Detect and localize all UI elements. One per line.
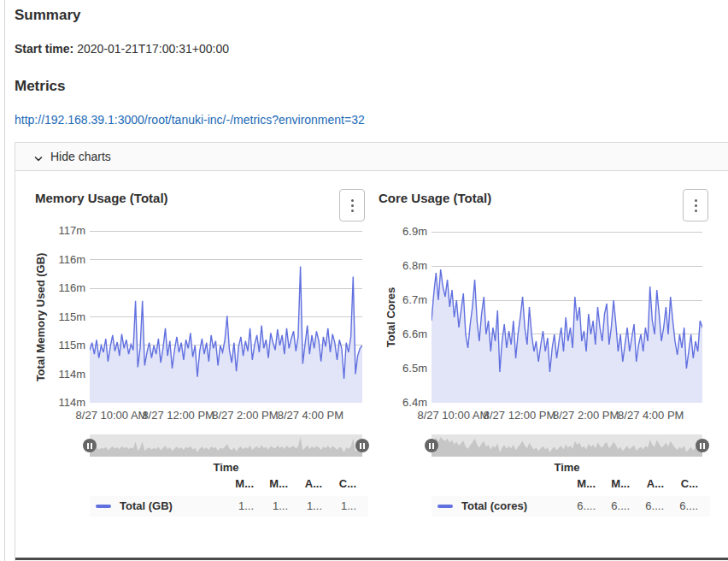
- y-tick-label: 114m: [58, 396, 85, 410]
- panel-left-edge: [4, 0, 5, 561]
- x-tick-label: 8/27 10:00 AM: [76, 409, 148, 422]
- y-tick-label: 114m: [58, 368, 85, 381]
- x-tick-label: 8/27 2:00 PM: [553, 409, 619, 422]
- legend-column-header: C...: [432, 477, 698, 490]
- y-tick-label: 6.5m: [402, 362, 427, 375]
- chart-plot-area[interactable]: [90, 231, 362, 403]
- legend-column-headers: M...M...A...C...: [90, 477, 368, 491]
- y-tick-label: 115m: [58, 310, 85, 324]
- start-time-value: 2020-01-21T17:00:31+00:00: [77, 42, 229, 56]
- kebab-icon: [351, 210, 354, 212]
- metrics-heading: Metrics: [15, 78, 66, 95]
- legend-value: 1...: [90, 499, 356, 512]
- y-tick-label: 116m: [58, 253, 85, 267]
- brush-handle-left[interactable]: [83, 439, 97, 452]
- y-tick-label: 115m: [58, 339, 85, 352]
- kebab-icon: [695, 199, 697, 202]
- hide-charts-label: Hide charts: [50, 150, 111, 163]
- legend-row[interactable]: Total (GB) 1...1...1...1...: [90, 496, 368, 517]
- series-area: [90, 267, 362, 404]
- y-tick-label: 116m: [58, 281, 85, 295]
- time-range-brush[interactable]: [90, 434, 362, 457]
- chart-menu-button[interactable]: [683, 189, 708, 221]
- x-axis-title: Time: [432, 461, 702, 474]
- legend-value: 6....: [432, 499, 698, 512]
- time-range-brush[interactable]: [432, 434, 702, 457]
- y-axis-ticks: 117m116m116m115m115m114m114m: [25, 184, 85, 560]
- metrics-report-page: Summary Start time: 2020-01-21T17:00:31+…: [0, 0, 728, 561]
- chevron-down-icon: [33, 152, 44, 168]
- kebab-icon: [351, 204, 354, 207]
- start-time: Start time: 2020-01-21T17:00:31+00:00: [15, 42, 229, 56]
- x-axis-title: Time: [90, 461, 362, 474]
- summary-heading: Summary: [15, 7, 80, 24]
- legend-row[interactable]: Total (cores) 6....6....6....6....: [432, 496, 710, 517]
- kebab-icon: [695, 204, 697, 207]
- core-usage-chart-card: Core Usage (Total) Total Cores 6.9m6.8m6…: [368, 184, 712, 561]
- y-tick-label: 6.4m: [402, 396, 427, 410]
- x-tick-label: 8/27 4:00 PM: [278, 409, 343, 422]
- x-tick-label: 8/27 4:00 PM: [618, 409, 684, 422]
- y-tick-label: 6.7m: [402, 293, 427, 307]
- legend-column-header: C...: [90, 477, 356, 490]
- x-tick-label: 8/27 12:00 PM: [142, 409, 214, 422]
- brush-handle-left[interactable]: [425, 439, 438, 452]
- brush-handle-right[interactable]: [355, 439, 369, 452]
- x-tick-label: 8/27 12:00 PM: [484, 409, 556, 422]
- chart-menu-button[interactable]: [339, 189, 365, 221]
- y-tick-label: 6.9m: [402, 225, 427, 239]
- chart-plot-area[interactable]: [432, 232, 702, 403]
- next-section-edge: [15, 558, 728, 560]
- y-tick-label: 6.6m: [402, 328, 427, 341]
- x-tick-label: 8/27 10:00 AM: [417, 409, 489, 422]
- hide-charts-toggle[interactable]: Hide charts: [15, 143, 728, 171]
- memory-usage-chart-card: Memory Usage (Total) Total Memory Used (…: [25, 184, 368, 561]
- kebab-icon: [695, 210, 697, 212]
- start-time-label: Start time:: [15, 42, 73, 56]
- y-tick-label: 117m: [58, 224, 85, 238]
- kebab-icon: [351, 199, 354, 202]
- y-axis-ticks: 6.9m6.8m6.7m6.6m6.5m6.4m: [368, 184, 427, 560]
- legend-column-headers: M...M...A...C...: [432, 477, 710, 491]
- y-tick-label: 6.8m: [402, 259, 427, 273]
- brush-handle-right[interactable]: [696, 439, 709, 452]
- metrics-link[interactable]: http://192.168.39.1:3000/root/tanuki-inc…: [15, 113, 365, 127]
- x-tick-label: 8/27 2:00 PM: [212, 409, 278, 422]
